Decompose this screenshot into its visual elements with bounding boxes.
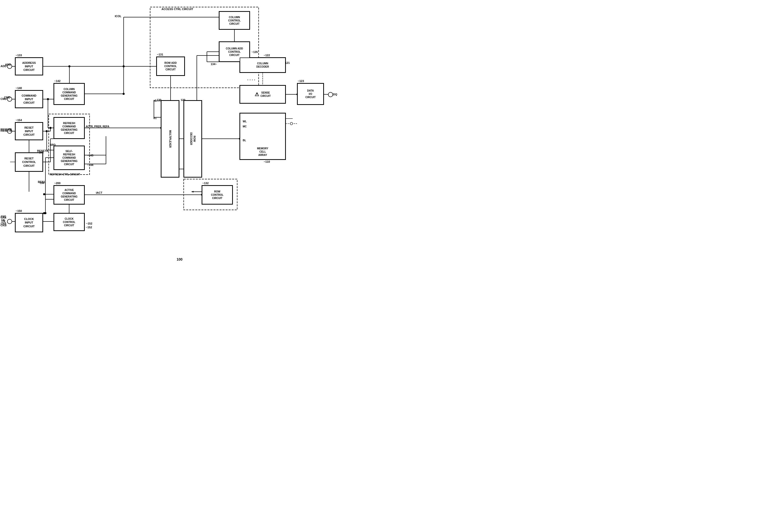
column-decoder: COLUMNDECODER	[240, 57, 286, 73]
svg-point-68	[122, 93, 125, 95]
row-add-control-circuit: ROW ADDCONTROLCIRCUIT	[156, 57, 185, 76]
line143-label: ~143	[87, 154, 93, 157]
col-add-ref: ~135	[252, 50, 258, 53]
memory-cell-array: WL MC BL MEMORYCELLARRAY	[240, 113, 286, 160]
srd-label: SRD	[50, 143, 55, 146]
col-dec-ref: ~122	[264, 54, 270, 57]
cke-label: CKECKCKB	[1, 216, 7, 227]
svg-point-6	[7, 219, 12, 224]
reset-input-ref: ~154	[16, 118, 22, 121]
refresh-cmd-gen-circuit: REFRESHCOMMANDGENERATINGCIRCUIT	[54, 117, 85, 139]
resetb-label: RESETB	[1, 129, 12, 132]
command-ref: ~140	[16, 87, 22, 90]
icol-label: ICOL	[115, 15, 121, 18]
sense-triangle: ⚠	[255, 91, 259, 98]
svg-point-60	[43, 212, 45, 214]
mux-ref: 130	[157, 98, 161, 102]
row-control-circuit: ROWCONTROLCIRCUIT	[202, 186, 233, 204]
address-input-circuit: ADDRESSINPUTCIRCUIT	[15, 57, 43, 75]
svg-point-59	[43, 193, 45, 195]
row-decoder: ROWDECODER	[184, 101, 202, 177]
diagram-container: ADD CMD RESETB CKE CK CKB	[0, 0, 381, 266]
b1-label: b1	[153, 116, 157, 119]
svg-point-4	[7, 97, 12, 102]
diagram-number: 100	[177, 257, 183, 261]
reset-input-circuit: RESETINPUTCIRCUIT	[15, 122, 43, 140]
mem-ref: ~110	[264, 160, 270, 163]
a1-label: a1	[153, 99, 156, 102]
row-dec-ref: 120	[181, 98, 185, 102]
svg-text:·  ·  ·  ·: · · · ·	[247, 78, 255, 82]
actr-label: ACTR, PRER, REFA	[86, 125, 109, 128]
svg-point-46	[47, 98, 49, 100]
wl-label: WL	[243, 120, 247, 123]
data-io-circuit: DATAI/OCIRCUIT	[297, 83, 324, 105]
res1-line: ~156	[38, 182, 44, 185]
data-io-ref: ~123	[298, 79, 304, 83]
active-cmd-ref: ~200	[54, 182, 60, 185]
svg-point-7	[328, 92, 333, 97]
svg-point-115	[290, 122, 293, 125]
clock-input-circuit: CLOCKINPUTCIRCUIT	[15, 213, 43, 232]
dq-label: DQ	[333, 93, 337, 96]
clk-ctrl-line: ~152	[86, 222, 92, 225]
col-cmd-ref: ~142	[54, 79, 60, 83]
active-cmd-gen-circuit: ACTIVECOMMANDGENERATINGCIRCUIT	[54, 186, 85, 204]
svg-point-3	[7, 64, 12, 69]
row-add-ref: ~131	[157, 53, 163, 56]
column-cmd-gen-circuit: COLUMNCOMMANDGENERATINGCIRCUIT	[54, 83, 85, 105]
line144-label: ~144	[87, 164, 93, 167]
clock-ctrl-ref: ~152	[86, 226, 92, 229]
bl-label: BL	[243, 139, 246, 142]
row-ctrl-ref: ~132	[202, 182, 209, 185]
address-ref: ~133	[16, 54, 22, 57]
svg-marker-89	[191, 191, 193, 192]
refresh-ctrl-label: REFRESH CTRL CIRCUIT	[50, 173, 80, 176]
clock-input-ref: ~150	[16, 209, 22, 212]
reset-control-circuit: RESETCONTROLCIRCUIT	[15, 153, 43, 172]
svg-point-51	[49, 127, 51, 129]
access-ctrl-label: ACCESS CTRL CIRCUIT	[162, 8, 193, 11]
add-label: ADD	[1, 65, 7, 68]
ref156: ~156	[38, 151, 44, 154]
self-refresh-cmd-gen-circuit: SELF-REFRESHCOMMANDGENERATINGCIRCUIT	[54, 146, 85, 170]
sense-circuit: ⚠SENSECIRCUIT	[240, 85, 286, 104]
svg-point-105	[46, 130, 48, 132]
col-add-ref2: 134~	[211, 62, 217, 66]
svg-point-65	[122, 65, 125, 67]
svg-point-57	[44, 212, 46, 214]
iact-label: IACT	[96, 191, 103, 194]
mc-label: MC	[243, 125, 247, 128]
clock-control-circuit: CLOCKCONTROLCIRCUIT	[54, 213, 85, 231]
svg-point-40	[68, 65, 70, 67]
column-control-circuit: COLUMNCONTROLCIRCUIT	[219, 11, 250, 30]
command-input-circuit: COMMANDINPUTCIRCUIT	[15, 90, 43, 108]
multiplexer: MULTIPLEXER	[161, 101, 179, 177]
cmd-label: CMD	[1, 97, 7, 101]
col-dec-ref2: 121	[285, 61, 290, 64]
